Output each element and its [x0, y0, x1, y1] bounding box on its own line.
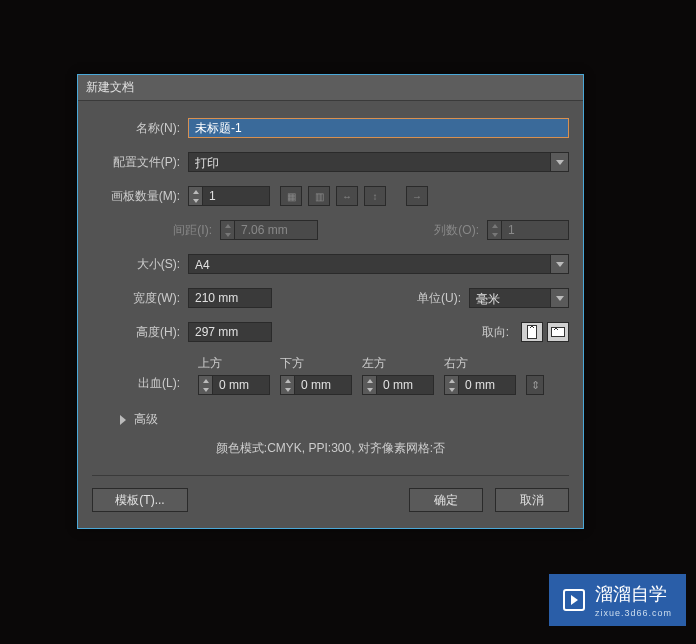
bleed-bottom-field: 下方 [280, 355, 352, 395]
bleed-label: 出血(L): [92, 375, 188, 395]
bleed-right-input[interactable] [458, 375, 516, 395]
watermark-url: zixue.3d66.com [595, 608, 672, 618]
height-label: 高度(H): [92, 324, 188, 341]
profile-value: 打印 [188, 152, 551, 172]
artboard-layout-buttons: ▦ ▥ ↔ ↕ [280, 186, 428, 206]
name-label: 名称(N): [92, 120, 188, 137]
arrange-row-icon[interactable]: ↔ [336, 186, 358, 206]
cancel-button[interactable]: 取消 [495, 488, 569, 512]
bleed-left-spinner[interactable] [362, 375, 376, 395]
width-input[interactable] [188, 288, 272, 308]
spacing-row: 间距(I): 列数(O): [92, 219, 569, 241]
bleed-bottom-label: 下方 [280, 355, 352, 372]
play-icon [563, 589, 585, 611]
watermark-brand: 溜溜自学 [595, 582, 672, 606]
spacing-label: 间距(I): [92, 222, 220, 239]
units-select[interactable]: 毫米 [469, 288, 569, 308]
columns-input [501, 220, 569, 240]
bleed-left-input[interactable] [376, 375, 434, 395]
arrange-col-icon[interactable]: ↕ [364, 186, 386, 206]
artboards-label: 画板数量(M): [92, 188, 188, 205]
dialog-titlebar[interactable]: 新建文档 [78, 75, 583, 101]
artboards-input[interactable] [202, 186, 270, 206]
spacing-input [234, 220, 318, 240]
orientation-label: 取向: [437, 324, 517, 341]
artboards-spinner[interactable] [188, 186, 202, 206]
mode-summary: 颜色模式:CMYK, PPI:300, 对齐像素网格:否 [92, 440, 569, 457]
dialog-content: 名称(N): 配置文件(P): 打印 画板数量(M): ▦ ▥ ↔ ↕ [78, 101, 583, 528]
templates-button[interactable]: 模板(T)... [92, 488, 188, 512]
chevron-down-icon[interactable] [551, 152, 569, 172]
profile-row: 配置文件(P): 打印 [92, 151, 569, 173]
height-input[interactable] [188, 322, 272, 342]
svg-rect-1 [552, 328, 565, 337]
bleed-top-spinner[interactable] [198, 375, 212, 395]
bleed-top-field: 上方 [198, 355, 270, 395]
bleed-right-spinner[interactable] [444, 375, 458, 395]
artboards-row: 画板数量(M): ▦ ▥ ↔ ↕ [92, 185, 569, 207]
bleed-row: 出血(L): 上方 下方 左方 [92, 355, 569, 395]
columns-label: 列数(O): [407, 222, 487, 239]
size-row: 大小(S): A4 [92, 253, 569, 275]
watermark: 溜溜自学 zixue.3d66.com [549, 574, 686, 626]
ok-button[interactable]: 确定 [409, 488, 483, 512]
bleed-right-field: 右方 [444, 355, 516, 395]
direction-icon[interactable] [406, 186, 428, 206]
orientation-portrait-button[interactable] [521, 322, 543, 342]
bleed-left-field: 左方 [362, 355, 434, 395]
separator [92, 475, 569, 476]
units-label: 单位(U): [389, 290, 469, 307]
grid-by-row-icon[interactable]: ▦ [280, 186, 302, 206]
size-value: A4 [188, 254, 551, 274]
profile-select[interactable]: 打印 [188, 152, 569, 172]
size-select[interactable]: A4 [188, 254, 569, 274]
bleed-left-label: 左方 [362, 355, 434, 372]
svg-rect-0 [528, 326, 537, 339]
name-row: 名称(N): [92, 117, 569, 139]
chevron-down-icon[interactable] [551, 254, 569, 274]
advanced-label: 高级 [134, 411, 158, 428]
advanced-toggle[interactable]: 高级 [120, 411, 569, 428]
dialog-footer: 模板(T)... 确定 取消 [92, 488, 569, 514]
grid-by-col-icon[interactable]: ▥ [308, 186, 330, 206]
spacing-spinner [220, 220, 234, 240]
link-bleed-icon[interactable]: ⇕ [526, 375, 544, 395]
bleed-bottom-spinner[interactable] [280, 375, 294, 395]
bleed-bottom-input[interactable] [294, 375, 352, 395]
profile-label: 配置文件(P): [92, 154, 188, 171]
disclosure-arrow-icon [120, 415, 126, 425]
dialog-title: 新建文档 [86, 80, 134, 94]
bleed-right-label: 右方 [444, 355, 516, 372]
orientation-landscape-button[interactable] [547, 322, 569, 342]
width-label: 宽度(W): [92, 290, 188, 307]
width-row: 宽度(W): 单位(U): 毫米 [92, 287, 569, 309]
height-row: 高度(H): 取向: [92, 321, 569, 343]
bleed-top-label: 上方 [198, 355, 270, 372]
new-document-dialog: 新建文档 名称(N): 配置文件(P): 打印 画板数量(M): ▦ ▥ ↔ ↕ [77, 74, 584, 529]
units-value: 毫米 [469, 288, 551, 308]
size-label: 大小(S): [92, 256, 188, 273]
name-input[interactable] [188, 118, 569, 138]
bleed-top-input[interactable] [212, 375, 270, 395]
chevron-down-icon[interactable] [551, 288, 569, 308]
columns-spinner [487, 220, 501, 240]
